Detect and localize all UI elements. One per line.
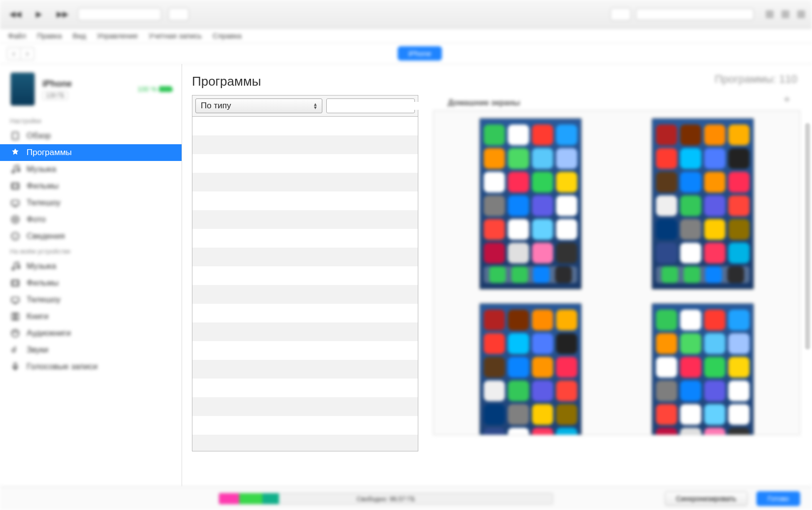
close-button[interactable] <box>797 10 805 18</box>
sidebar-item-books[interactable]: Книги <box>0 308 182 325</box>
apps-list-row[interactable] <box>192 135 418 154</box>
apps-list-row[interactable] <box>192 397 418 416</box>
done-button[interactable]: Готово <box>756 491 800 506</box>
app-icon <box>484 125 505 145</box>
apps-search[interactable] <box>326 98 415 113</box>
app-icon <box>704 172 725 192</box>
apps-list-row[interactable] <box>192 379 418 397</box>
nav-back-button[interactable]: ‹ <box>7 47 21 60</box>
app-icon <box>556 357 577 378</box>
app-icon <box>704 381 725 401</box>
menu-help[interactable]: Справка <box>213 32 242 40</box>
app-icon <box>532 195 553 216</box>
photos-icon <box>10 214 21 225</box>
apps-list-row[interactable] <box>192 266 418 285</box>
now-playing-box <box>78 8 161 21</box>
apps-list-row[interactable] <box>192 210 418 229</box>
apps-list-row[interactable] <box>192 322 418 341</box>
nav-forward-button[interactable]: › <box>21 47 34 60</box>
sort-dropdown[interactable]: По типу ▴▾ <box>195 98 322 113</box>
homescreen-tile[interactable] <box>651 118 754 293</box>
apps-list-row[interactable] <box>192 435 418 451</box>
sidebar-item-photos[interactable]: Фото <box>0 211 182 228</box>
apps-list-row[interactable] <box>192 154 418 173</box>
svg-rect-0 <box>12 132 18 140</box>
apps-list-row[interactable] <box>192 117 418 135</box>
info-icon <box>10 231 21 242</box>
screens-scroll[interactable]: Страница 1Страница 2 <box>433 110 800 435</box>
apps-list-row[interactable] <box>192 341 418 360</box>
apps-list-row[interactable] <box>192 304 418 322</box>
sidebar-item-apps[interactable]: Программы <box>0 144 182 161</box>
account-button[interactable] <box>610 8 631 21</box>
prev-track-button[interactable]: ◀◀ <box>7 7 24 21</box>
app-icon <box>484 172 505 192</box>
vertical-scrollbar[interactable] <box>805 123 810 350</box>
volume-button[interactable] <box>168 8 189 21</box>
app-icon <box>656 404 677 425</box>
sidebar-item-audiobooks[interactable]: Аудиокниги <box>0 325 182 342</box>
storage-bar: Свободно: 99,57 ГБ <box>219 493 553 505</box>
app-icon <box>680 195 701 216</box>
apps-list-row[interactable] <box>192 173 418 191</box>
apps-list[interactable] <box>192 117 418 451</box>
bottombar: Свободно: 99,57 ГБ Синхронизировать Гото… <box>0 486 812 510</box>
apps-list-row[interactable] <box>192 285 418 304</box>
sync-button[interactable]: Синхронизировать <box>665 491 748 506</box>
sidebar-item-movies[interactable]: Фильмы <box>0 178 182 194</box>
menu-view[interactable]: Вид <box>73 32 86 40</box>
apps-title: Программы <box>192 74 418 89</box>
menu-file[interactable]: Файл <box>8 32 26 40</box>
apps-list-row[interactable] <box>192 229 418 248</box>
sidebar-item-summary[interactable]: Обзор <box>0 128 182 144</box>
sidebar-item-label: Программы <box>27 148 72 158</box>
sidebar-item-voice[interactable]: Голосовые записи <box>0 358 182 375</box>
device-pill[interactable]: iPhone <box>398 46 442 61</box>
apps-list-row[interactable] <box>192 360 418 379</box>
sidebar-item-label: Фильмы <box>27 278 59 288</box>
apps-list-row[interactable] <box>192 191 418 210</box>
sidebar-item-info[interactable]: Сведения <box>0 228 182 245</box>
sidebar-item-music[interactable]: Музыка <box>0 258 182 275</box>
movies-icon <box>10 181 21 191</box>
next-track-button[interactable]: ▶▶ <box>54 7 71 21</box>
app-icon <box>508 148 529 169</box>
sidebar-item-label: Звуки <box>27 345 48 355</box>
tones-icon <box>10 345 21 355</box>
storage-segment <box>239 493 262 504</box>
sidebar-item-music[interactable]: Музыка <box>0 161 182 178</box>
sidebar-item-label: Телешоу <box>27 295 61 305</box>
app-icon <box>556 333 577 354</box>
homescreen-label: Домашние экраны <box>448 98 800 107</box>
battery-icon <box>159 86 172 92</box>
app-icon <box>680 148 701 169</box>
sidebar-item-label: Аудиокниги <box>27 328 71 338</box>
dock-icon <box>661 266 678 283</box>
apps-list-row[interactable] <box>192 416 418 435</box>
sidebar: iPhone 128 ГБ 100 % Настройки ОбзорПрогр… <box>0 64 182 486</box>
menu-controls[interactable]: Управление <box>97 32 138 40</box>
app-icon <box>508 195 529 216</box>
maximize-button[interactable] <box>781 10 789 18</box>
sidebar-item-label: Книги <box>27 312 48 321</box>
sidebar-item-tv[interactable]: Телешоу <box>0 291 182 308</box>
apps-search-input[interactable] <box>334 102 420 110</box>
global-search-input[interactable] <box>636 8 754 20</box>
app-icon <box>680 243 701 263</box>
minimize-button[interactable] <box>766 10 774 18</box>
homescreen-tile[interactable]: Страница 2 <box>651 303 754 435</box>
menu-account[interactable]: Учетная запись <box>149 32 202 40</box>
device-block[interactable]: iPhone 128 ГБ 100 % <box>0 64 182 114</box>
homescreen-tile[interactable] <box>479 118 582 293</box>
homescreen-tile[interactable]: Страница 1 <box>479 303 582 435</box>
play-button[interactable]: ▶ <box>31 7 47 21</box>
app-icon <box>656 172 677 192</box>
app-icon <box>556 219 577 240</box>
sidebar-item-movies[interactable]: Фильмы <box>0 275 182 291</box>
dock-icon <box>684 266 700 283</box>
menu-edit[interactable]: Правка <box>37 32 62 40</box>
sidebar-item-tv[interactable]: Телешоу <box>0 194 182 211</box>
device-thumbnail-icon <box>10 72 35 106</box>
apps-list-row[interactable] <box>192 248 418 266</box>
sidebar-item-tones[interactable]: Звуки <box>0 342 182 358</box>
